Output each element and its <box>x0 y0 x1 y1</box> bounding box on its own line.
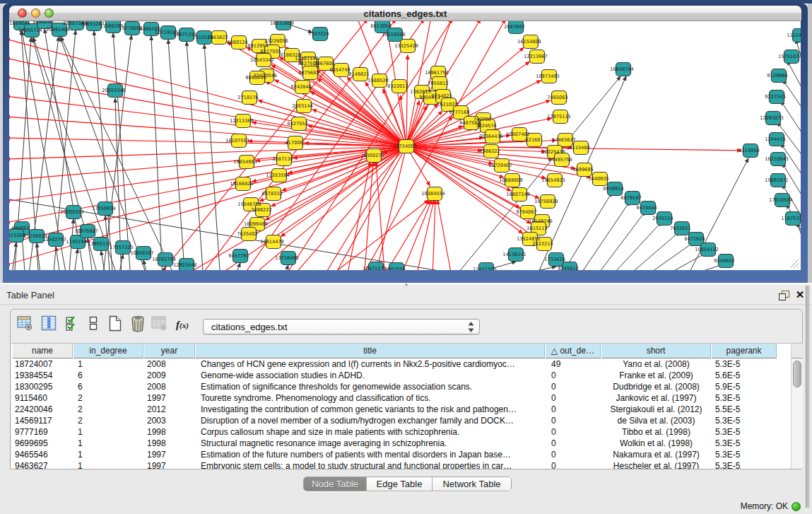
table-cell[interactable]: 18724007 <box>15 359 73 370</box>
table-cell[interactable]: Tibbo et al. (1998) <box>601 427 711 438</box>
table-cell[interactable]: 5.9E-5 <box>715 382 777 393</box>
new-file-icon[interactable] <box>108 315 122 332</box>
table-cell[interactable]: 5.3E-5 <box>715 450 777 461</box>
column-header-short[interactable]: short <box>601 344 711 358</box>
table-cell[interactable]: 2 <box>78 404 143 416</box>
table-cell[interactable]: 2008 <box>147 382 195 393</box>
table-cell[interactable]: 2 <box>78 393 143 404</box>
table-cell[interactable]: Franke et al. (2009) <box>601 370 711 382</box>
column-header-out_de[interactable]: △ out_de… <box>546 344 601 358</box>
table-cell[interactable]: Jankovic et al. (1997) <box>601 393 711 404</box>
table-cell[interactable]: 9465546 <box>15 450 73 461</box>
close-panel-icon[interactable]: ✕ <box>794 288 806 301</box>
table-cell[interactable]: Nakamura et al. (1997) <box>601 450 711 461</box>
table-cell[interactable]: Dudbridge et al. (2008) <box>601 382 711 393</box>
tab-edge-table[interactable]: Edge Table <box>367 477 433 491</box>
table-cell[interactable]: 5.5E-5 <box>715 404 777 416</box>
network-window-titlebar[interactable]: citations_edges.txt <box>9 6 801 21</box>
table-cell[interactable]: Corpus callosum shape and size in male p… <box>201 427 545 438</box>
table-settings-icon[interactable] <box>17 315 33 331</box>
network-graph[interactable]: 1889041140557149886098206914062005734410… <box>9 21 801 270</box>
table-cell[interactable]: 1998 <box>147 427 195 438</box>
function-builder-icon[interactable]: f(x) <box>176 319 189 331</box>
table-cell[interactable]: 0 <box>551 416 601 427</box>
table-cell[interactable]: 0 <box>551 427 601 438</box>
table-cell[interactable]: 2 <box>78 416 143 427</box>
resize-grip-icon[interactable] <box>789 259 799 269</box>
column-header-pagerank[interactable]: pagerank <box>712 344 777 358</box>
table-cell[interactable]: Genome-wide association studies in ADHD. <box>201 370 545 382</box>
row-height-icon[interactable] <box>89 315 98 331</box>
table-cell[interactable]: 9115460 <box>15 393 73 404</box>
table-cell[interactable]: 5.6E-5 <box>715 370 777 382</box>
table-cell[interactable]: 19384554 <box>15 370 73 382</box>
table-cell[interactable]: 5.3E-5 <box>715 393 777 404</box>
table-cell[interactable]: Estimation of the future numbers of pati… <box>201 450 545 461</box>
table-cell[interactable]: Hescheler et al. (1997) <box>601 461 711 469</box>
table-cell[interactable]: 0 <box>551 370 601 382</box>
table-cell[interactable]: 49 <box>551 359 601 370</box>
column-header-name[interactable]: name <box>13 344 73 358</box>
table-cell[interactable]: 1 <box>78 450 143 461</box>
import-table-icon[interactable] <box>151 315 167 331</box>
select-mode-icon[interactable] <box>65 315 79 331</box>
table-cell[interactable]: 1 <box>78 461 143 469</box>
table-cell[interactable]: 5.3E-5 <box>715 416 777 427</box>
table-vertical-scrollbar[interactable] <box>791 344 803 469</box>
table-cell[interactable]: Investigating the contribution of common… <box>201 404 545 416</box>
table-cell[interactable]: 5.3E-5 <box>715 461 777 469</box>
float-panel-icon[interactable] <box>779 291 789 300</box>
table-cell[interactable]: 5.3E-5 <box>715 427 777 438</box>
table-cell[interactable]: Disruption of a novel member of a sodium… <box>201 416 545 427</box>
table-cell[interactable]: 9699695 <box>15 438 73 450</box>
column-header-in_degree[interactable]: in_degree <box>73 344 143 358</box>
show-columns-icon[interactable] <box>41 315 57 331</box>
network-view-window[interactable]: citations_edges.txt 18890411405571498860… <box>3 4 808 283</box>
table-cell[interactable]: Wolkin et al. (1998) <box>601 438 711 450</box>
table-cell[interactable]: 0 <box>551 438 601 450</box>
table-cell[interactable]: 2009 <box>147 370 195 382</box>
table-cell[interactable]: 2008 <box>147 359 195 370</box>
table-cell[interactable]: 6 <box>78 370 143 382</box>
column-header-title[interactable]: title <box>196 344 545 358</box>
table-cell[interactable]: 2003 <box>147 416 195 427</box>
table-cell[interactable]: 9777169 <box>15 427 73 438</box>
tab-network-table[interactable]: Network Table <box>433 477 511 491</box>
table-cell[interactable]: 1997 <box>147 393 195 404</box>
table-cell[interactable]: 9463627 <box>15 461 73 469</box>
delete-icon[interactable] <box>130 315 146 332</box>
table-cell[interactable]: 0 <box>551 393 601 404</box>
table-cell[interactable]: 6 <box>78 382 143 393</box>
table-cell[interactable]: 1997 <box>147 450 195 461</box>
table-cell[interactable]: Structural magnetic resonance image aver… <box>201 438 545 450</box>
table-cell[interactable]: Embryonic stem cells: a model to study s… <box>201 461 545 469</box>
network-graph-canvas[interactable]: 1889041140557149886098206914062005734410… <box>9 21 801 270</box>
graph-node-label: 15046758 <box>237 201 261 207</box>
table-cell[interactable]: de Silva et al. (2003) <box>601 416 711 427</box>
table-cell[interactable]: 1997 <box>147 461 195 469</box>
table-cell[interactable]: 22420046 <box>15 404 73 416</box>
table-cell[interactable]: 18300295 <box>15 382 73 393</box>
table-cell[interactable]: Estimation of significance thresholds fo… <box>201 382 545 393</box>
table-cell[interactable]: 2012 <box>147 404 195 416</box>
table-cell[interactable]: Tourette syndrome. Phenomenology and cla… <box>201 393 545 404</box>
table-cell[interactable]: 0 <box>551 404 601 416</box>
table-cell[interactable]: 0 <box>551 461 601 469</box>
table-cell[interactable]: 1 <box>78 427 143 438</box>
table-cell[interactable]: Stergiakouli et al. (2012) <box>601 404 711 416</box>
column-header-year[interactable]: year <box>144 344 195 358</box>
tab-node-table[interactable]: Node Table <box>304 477 367 491</box>
table-cell[interactable]: 5.3E-5 <box>715 438 777 450</box>
table-cell[interactable]: 0 <box>551 450 601 461</box>
table-cell[interactable]: Changes of HCN gene expression and I(f) … <box>201 359 545 370</box>
right-panel-divider[interactable] <box>806 286 810 508</box>
table-cell[interactable]: 5.3E-5 <box>715 359 777 370</box>
table-cell[interactable]: 0 <box>551 382 601 393</box>
table-chooser-combobox[interactable]: citations_edges.txt <box>203 319 480 334</box>
table-cell[interactable]: 1998 <box>147 438 195 450</box>
table-cell[interactable]: Yano et al. (2008) <box>601 359 711 370</box>
table-cell[interactable]: 14569117 <box>15 416 73 427</box>
scrollbar-thumb[interactable] <box>793 361 801 387</box>
table-cell[interactable]: 1 <box>78 359 143 370</box>
table-cell[interactable]: 1 <box>78 438 143 450</box>
